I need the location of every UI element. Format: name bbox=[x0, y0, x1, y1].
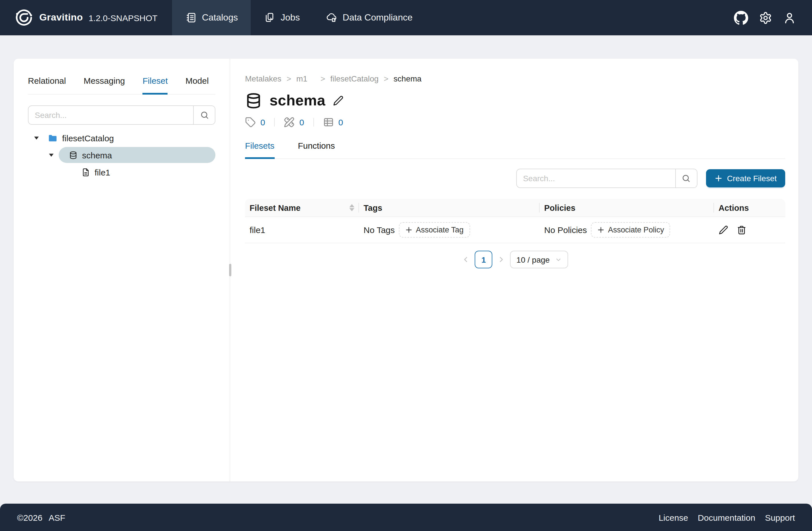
plus-icon bbox=[597, 226, 605, 234]
stat-objects: 0 bbox=[323, 117, 343, 128]
table-searchbox bbox=[516, 168, 697, 188]
tag-icon bbox=[245, 117, 256, 128]
tab-messaging[interactable]: Messaging bbox=[84, 76, 125, 94]
gravitino-logo-icon bbox=[14, 8, 34, 27]
catalogs-icon bbox=[186, 12, 197, 23]
tab-functions[interactable]: Functions bbox=[298, 141, 335, 159]
associate-tag-button[interactable]: Associate Tag bbox=[399, 222, 470, 238]
asf-link[interactable]: ASF bbox=[49, 513, 65, 522]
associate-policy-label: Associate Policy bbox=[608, 226, 664, 234]
column-actions: Actions bbox=[714, 199, 785, 217]
no-tags-text: No Tags bbox=[364, 225, 395, 235]
documentation-link[interactable]: Documentation bbox=[698, 513, 755, 522]
folder-icon bbox=[48, 133, 58, 143]
breadcrumb-metalakes[interactable]: Metalakes bbox=[245, 74, 281, 83]
tab-fileset[interactable]: Fileset bbox=[143, 76, 168, 94]
content-card: Relational Messaging Fileset Model bbox=[14, 59, 798, 482]
table-header-row: Fileset Name Tags Policies Actions bbox=[245, 199, 785, 217]
stats-row: 0 0 bbox=[245, 117, 785, 128]
cell-tags: No Tags Associate Tag bbox=[359, 217, 540, 243]
breadcrumb-separator: > bbox=[320, 74, 325, 83]
plus-icon bbox=[714, 174, 723, 182]
delete-row-icon[interactable] bbox=[737, 225, 746, 235]
title-row: schema bbox=[245, 92, 785, 109]
nav-tab-data-compliance[interactable]: Data Compliance bbox=[313, 0, 426, 35]
github-icon[interactable] bbox=[734, 11, 748, 25]
sidebar-search-input[interactable] bbox=[29, 106, 193, 124]
license-link[interactable]: License bbox=[659, 513, 688, 522]
search-icon bbox=[682, 174, 691, 183]
brand-home-link[interactable]: Gravitino 1.2.0-SNAPSHOT bbox=[0, 0, 172, 35]
tree-node-label: filesetCatalog bbox=[62, 133, 114, 143]
user-icon[interactable] bbox=[783, 11, 796, 24]
tab-model[interactable]: Model bbox=[186, 76, 209, 94]
tab-filesets[interactable]: Filesets bbox=[245, 141, 274, 159]
nav-tab-label: Catalogs bbox=[202, 13, 238, 23]
pagination: 1 10 / page bbox=[245, 251, 785, 268]
detail-tabs: Filesets Functions bbox=[245, 141, 785, 159]
filesets-table: Fileset Name Tags Policies Actions bbox=[245, 199, 785, 243]
footer-copyright: ©2026 ASF bbox=[17, 513, 65, 522]
support-link[interactable]: Support bbox=[765, 513, 795, 522]
page-title: schema bbox=[270, 92, 325, 109]
column-label: Fileset Name bbox=[250, 203, 301, 212]
page-size-value: 10 / page bbox=[517, 255, 550, 264]
breadcrumb-m1[interactable]: m1 bbox=[296, 74, 307, 83]
stat-tags: 0 bbox=[245, 117, 265, 128]
policies-count[interactable]: 0 bbox=[300, 117, 304, 127]
panel-divider bbox=[230, 59, 230, 482]
tree-node-filesetCatalog[interactable]: filesetCatalog bbox=[28, 130, 215, 146]
associate-tag-label: Associate Tag bbox=[416, 226, 464, 234]
breadcrumb: Metalakes > m1 > filesetCatalog > schema bbox=[245, 74, 785, 83]
cloud-compliance-icon bbox=[326, 12, 338, 23]
objects-count[interactable]: 0 bbox=[338, 117, 343, 127]
sort-icon[interactable] bbox=[349, 204, 354, 211]
caret-down-icon[interactable] bbox=[48, 152, 54, 158]
sidebar-search-button[interactable] bbox=[193, 106, 215, 124]
nav-tab-label: Jobs bbox=[281, 13, 300, 23]
table-search-button[interactable] bbox=[675, 169, 697, 188]
next-page-icon[interactable] bbox=[498, 256, 505, 263]
tab-relational[interactable]: Relational bbox=[28, 76, 66, 94]
prev-page-icon[interactable] bbox=[462, 256, 470, 263]
gravitino-app: Gravitino 1.2.0-SNAPSHOT Catalogs bbox=[0, 0, 812, 531]
create-fileset-button[interactable]: Create Fileset bbox=[706, 169, 785, 188]
nav-tab-label: Data Compliance bbox=[343, 13, 412, 23]
column-fileset-name[interactable]: Fileset Name bbox=[245, 199, 359, 217]
associate-policy-button[interactable]: Associate Policy bbox=[591, 222, 670, 238]
panel-resize-handle[interactable] bbox=[229, 264, 231, 276]
catalog-sidebar: Relational Messaging Fileset Model bbox=[14, 59, 230, 482]
tree-node-label: file1 bbox=[95, 167, 110, 177]
main-nav: Catalogs Jobs bbox=[172, 0, 426, 35]
page-number-1[interactable]: 1 bbox=[475, 251, 493, 268]
plus-icon bbox=[405, 226, 412, 234]
column-tags: Tags bbox=[359, 199, 540, 217]
tree-node-schema[interactable]: schema bbox=[28, 147, 215, 163]
breadcrumb-separator: > bbox=[287, 74, 291, 83]
breadcrumb-filesetCatalog[interactable]: filesetCatalog bbox=[330, 74, 379, 83]
caret-down-icon[interactable] bbox=[34, 135, 39, 141]
table-toolbar: Create Fileset bbox=[245, 168, 785, 188]
tags-count[interactable]: 0 bbox=[260, 117, 265, 127]
table-icon bbox=[323, 117, 334, 128]
catalog-tree: filesetCatalog bbox=[28, 130, 215, 180]
sidebar-searchbox bbox=[28, 105, 215, 125]
table-search-input[interactable] bbox=[517, 169, 675, 188]
tree-node-file1[interactable]: file1 bbox=[28, 164, 215, 180]
page-size-select[interactable]: 10 / page bbox=[510, 251, 568, 268]
chevron-down-icon bbox=[555, 256, 562, 263]
top-navbar: Gravitino 1.2.0-SNAPSHOT Catalogs bbox=[0, 0, 812, 35]
gear-icon[interactable] bbox=[759, 11, 772, 24]
jobs-icon bbox=[264, 12, 276, 23]
edit-title-icon[interactable] bbox=[333, 95, 344, 106]
nav-tab-catalogs[interactable]: Catalogs bbox=[172, 0, 251, 35]
search-icon bbox=[200, 110, 209, 120]
tree-node-selected[interactable]: schema bbox=[59, 147, 215, 163]
brand-version: 1.2.0-SNAPSHOT bbox=[89, 13, 158, 23]
table-row-file1: file1 No Tags bbox=[245, 217, 785, 243]
nav-tab-jobs[interactable]: Jobs bbox=[251, 0, 313, 35]
cell-fileset-name[interactable]: file1 bbox=[245, 217, 359, 243]
edit-row-icon[interactable] bbox=[719, 225, 728, 235]
schema-detail-panel: Metalakes > m1 > filesetCatalog > schema bbox=[230, 59, 798, 482]
footer-links: License Documentation Support bbox=[659, 513, 795, 522]
